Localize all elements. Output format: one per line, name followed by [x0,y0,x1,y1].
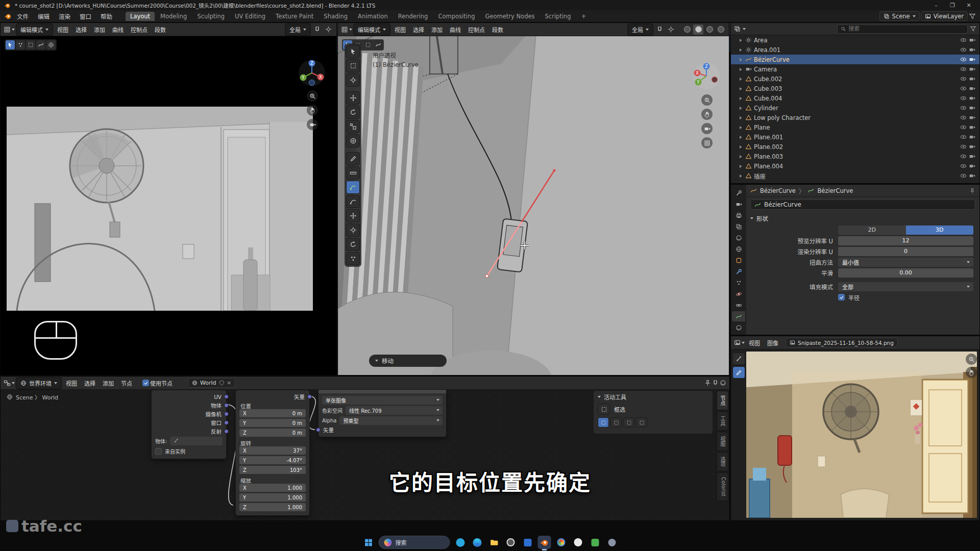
tool-rotate[interactable] [346,106,360,119]
render-visibility-icon[interactable] [969,163,975,169]
hide-eye-icon[interactable] [960,85,967,92]
menu-curve[interactable]: 曲线 [447,24,464,35]
chrome-icon[interactable] [555,536,568,549]
pin-icon[interactable] [704,380,711,386]
menu-window[interactable]: 窗口 [76,11,95,21]
properties-tab-particles[interactable] [732,278,745,288]
object-picker-field[interactable] [170,437,223,445]
tool-radius[interactable] [346,223,360,237]
vscode-icon[interactable] [521,536,534,549]
select-segment-button[interactable] [26,40,35,49]
mode-dropdown[interactable]: 编辑模式 [16,23,53,36]
tool-select-box[interactable] [346,59,360,72]
properties-tab-object[interactable] [732,255,745,265]
outliner-editor-icon[interactable] [734,26,741,32]
snap-magnet-icon[interactable] [654,24,665,35]
breadcrumb-data[interactable]: BézierCurve [817,187,853,194]
outliner-row[interactable]: Low poly Character [731,113,979,122]
render-visibility-icon[interactable] [969,153,975,160]
workspace-tab-uv-editing[interactable]: UV Editing [230,12,270,21]
menu-render[interactable]: 渲染 [55,11,75,21]
maximize-button[interactable]: ❐ [945,2,960,9]
scale-x-field[interactable]: X1.000 [239,484,306,492]
image-zoom-button[interactable] [966,354,977,365]
sidebar-tab-colorist[interactable]: Colorist [717,472,728,501]
menu-view[interactable]: 视图 [54,24,71,35]
blender-taskbar-icon[interactable] [538,536,551,549]
fill-mode-dropdown[interactable]: 全部 [838,282,973,291]
render-visibility-icon[interactable] [969,105,975,111]
colorspace-dropdown[interactable]: 线性 Rec.709 [346,406,443,415]
hide-eye-icon[interactable] [960,153,967,160]
operator-panel[interactable]: 移动 [369,355,447,367]
menu-select[interactable]: 选择 [81,378,99,389]
add-workspace-button[interactable]: + [577,12,591,21]
image-pan-button[interactable] [966,367,977,378]
snap-magnet-icon[interactable] [712,380,719,386]
outliner-row[interactable]: Area [731,35,979,45]
viewport-3d[interactable]: 编辑模式 视图 选择 添加 曲线 控制点 段数 全局 [337,22,729,375]
render-visibility-icon[interactable] [969,37,975,43]
menu-add[interactable]: 添加 [100,378,117,389]
start-button[interactable] [362,536,375,549]
zoom-button[interactable] [307,90,318,102]
position-z-field[interactable]: Z0 m [239,429,306,437]
hide-eye-icon[interactable] [960,143,967,150]
output-socket[interactable] [224,394,229,399]
menu-select[interactable]: 选择 [410,24,427,35]
tool-measure[interactable] [346,166,360,180]
tool-tweak[interactable] [346,45,360,58]
menu-select[interactable]: 选择 [72,24,90,35]
output-socket[interactable] [224,403,229,408]
outliner-row[interactable]: Area.001 [731,45,979,55]
orientation-dropdown[interactable]: 全局 [285,23,311,36]
outliner-row[interactable]: Plane.004 [731,161,979,171]
hide-eye-icon[interactable] [960,134,967,140]
zoom-button[interactable] [701,94,713,106]
output-socket[interactable] [224,412,229,416]
shading-material-icon[interactable] [704,24,715,35]
mapping-node[interactable]: 矢量 位置 X0 m Y0 m Z0 m 旋转 X37° Y-4.07° Z10… [235,390,310,516]
teams-icon[interactable] [454,536,467,549]
radius-checkbox[interactable] [838,294,845,300]
hide-eye-icon[interactable] [960,105,967,111]
workspace-tab-shading[interactable]: Shading [319,12,352,21]
hide-eye-icon[interactable] [960,114,967,121]
menu-file[interactable]: 文件 [13,11,33,21]
orientation-dropdown[interactable]: 全局 [627,23,653,36]
render-visibility-icon[interactable] [969,85,975,92]
pin-icon[interactable] [969,188,975,194]
render-visibility-icon[interactable] [969,76,975,82]
tool-tilt[interactable] [346,238,360,251]
node-editor-icon[interactable] [4,380,11,387]
outliner-row[interactable]: Plane.001 [731,132,979,142]
render-visibility-icon[interactable] [969,46,975,53]
editor-type-caret-icon[interactable] [12,29,15,31]
tool-draw-curve[interactable] [346,181,360,194]
outliner-caret-icon[interactable] [743,28,746,30]
scale-z-field[interactable]: Z1.000 [239,503,306,511]
properties-tab-physics[interactable] [732,289,745,299]
texture-coordinate-node[interactable]: UV 物体 摄像机 窗口 反射 物体: 来自实例 [151,390,227,459]
tool-curve-pen[interactable] [346,195,360,208]
proportional-edit-icon[interactable] [323,24,333,35]
outliner-row[interactable]: Cube.002 [731,74,979,84]
select-spline-button[interactable] [374,40,383,49]
scene-selector[interactable]: Scene [879,11,920,21]
hide-eye-icon[interactable] [960,37,967,43]
properties-tab-modifiers[interactable] [732,266,745,277]
preview-resolution-field[interactable]: 12 [838,236,973,245]
filter-funnel-icon[interactable] [969,13,976,20]
annotate-tool[interactable] [732,366,745,379]
menu-segments[interactable]: 段数 [489,24,506,35]
hide-eye-icon[interactable] [960,66,967,72]
hide-eye-icon[interactable] [960,172,967,179]
select-point-button[interactable] [16,40,25,49]
filter-icon[interactable] [970,26,976,32]
shader-type-dropdown[interactable]: 世界环境 [16,377,62,389]
menu-view[interactable]: 视图 [746,337,763,348]
menu-edit[interactable]: 编辑 [34,11,54,21]
hide-eye-icon[interactable] [960,124,967,131]
select-mode-extend[interactable] [610,417,622,428]
outliner-row[interactable]: Cube.004 [731,93,979,103]
